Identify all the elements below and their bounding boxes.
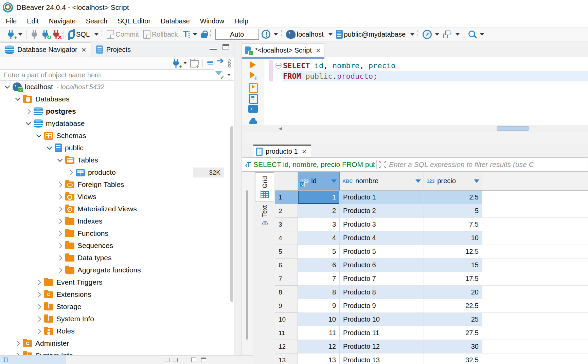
dashboard-button[interactable] xyxy=(422,28,433,40)
new-connection-button[interactable]: + xyxy=(6,28,16,40)
table-row[interactable]: 7 7 Producto 7 17.5 xyxy=(275,272,588,286)
status-segment[interactable] xyxy=(0,356,66,364)
navigator-scrollbar[interactable] xyxy=(230,126,233,302)
menu-search[interactable]: Search xyxy=(81,17,112,26)
link-with-editor-icon[interactable] xyxy=(216,59,225,68)
chevron-icon[interactable] xyxy=(56,217,64,225)
tree-item[interactable]: Extensions xyxy=(0,288,234,301)
table-row[interactable]: 5 5 Producto 5 12.5 xyxy=(275,245,588,258)
expand-filter-icon[interactable]: ↖↗↙↘ xyxy=(378,160,387,169)
transaction-dropdown[interactable] xyxy=(193,33,197,36)
search-button[interactable] xyxy=(467,28,478,40)
cell-nombre[interactable]: Producto 1 xyxy=(340,191,424,204)
column-menu-icon[interactable] xyxy=(415,179,421,183)
tree-item[interactable]: Aggregate functions xyxy=(0,264,234,276)
explain-plan-button[interactable] xyxy=(248,94,258,102)
status-icon[interactable] xyxy=(165,358,170,362)
cell-nombre[interactable]: Producto 13 xyxy=(340,353,424,364)
terminal-icon[interactable] xyxy=(248,105,258,113)
schema-dropdown[interactable] xyxy=(410,33,414,36)
tree-item[interactable]: Databases xyxy=(0,93,234,105)
chevron-icon[interactable] xyxy=(35,132,43,140)
chevron-icon[interactable] xyxy=(56,266,64,274)
execute-new-tab-button[interactable] xyxy=(248,72,258,80)
connection-selector[interactable]: localhost xyxy=(285,28,326,40)
code-area[interactable]: SELECT id, nombre, precio FROM public.pr… xyxy=(264,57,588,125)
cell-precio[interactable]: 30 xyxy=(424,340,482,353)
row-number-cell[interactable]: 3 xyxy=(275,218,298,231)
cell-id[interactable]: 8 xyxy=(298,286,340,299)
connection-dropdown[interactable] xyxy=(328,33,333,36)
chevron-icon[interactable] xyxy=(35,278,43,286)
chevron-icon[interactable] xyxy=(56,193,64,201)
table-row[interactable]: 4 4 Producto 4 10 xyxy=(275,231,588,245)
reconnect-button[interactable]: ↻ xyxy=(40,28,50,40)
sql-editor-button[interactable]: SQL xyxy=(66,28,92,40)
transaction-history-button[interactable] xyxy=(261,28,271,40)
tree-item[interactable]: Views xyxy=(0,191,234,203)
chevron-icon[interactable] xyxy=(35,303,43,311)
new-connection-icon[interactable]: + xyxy=(172,58,180,68)
status-icon[interactable] xyxy=(173,358,178,362)
cell-precio[interactable]: 7.5 xyxy=(424,218,482,231)
cloud-icon[interactable] xyxy=(248,117,258,125)
cell-precio[interactable]: 10 xyxy=(424,231,482,245)
filter-dropdown[interactable] xyxy=(227,74,231,76)
row-number-cell[interactable]: 13 xyxy=(275,353,298,364)
chevron-icon[interactable] xyxy=(14,339,22,347)
editor-horizontal-scrollbar[interactable]: ◀ xyxy=(242,125,588,132)
tree-item[interactable]: Indexes xyxy=(0,215,234,227)
lock-button[interactable] xyxy=(199,28,209,40)
cell-nombre[interactable]: Producto 10 xyxy=(340,313,424,326)
result-filter-input[interactable] xyxy=(389,160,588,169)
tree-item[interactable]: System Info xyxy=(0,349,234,355)
tasks-button[interactable] xyxy=(442,28,453,40)
menu-database[interactable]: Database xyxy=(156,17,195,26)
tree-item[interactable]: Event Triggers xyxy=(0,276,234,288)
tree-item[interactable]: Foreign Tables xyxy=(0,178,234,191)
cell-nombre[interactable]: Producto 2 xyxy=(340,204,424,218)
connect-button[interactable] xyxy=(29,28,39,40)
chevron-icon[interactable] xyxy=(56,254,64,262)
table-row[interactable]: 3 3 Producto 3 7.5 xyxy=(275,218,588,231)
chevron-icon[interactable] xyxy=(14,95,22,103)
chevron-icon[interactable] xyxy=(56,205,64,213)
cell-id[interactable]: 9 xyxy=(298,299,340,313)
object-filter-input[interactable] xyxy=(0,69,214,80)
cell-nombre[interactable]: Producto 4 xyxy=(340,231,424,245)
cell-precio[interactable]: 17.5 xyxy=(424,272,482,286)
chevron-icon[interactable] xyxy=(56,242,64,250)
cell-precio[interactable]: 2.5 xyxy=(424,191,482,204)
code-line-2[interactable]: FROM public.producto; xyxy=(264,71,588,81)
cell-nombre[interactable]: Producto 9 xyxy=(340,299,424,313)
row-number-cell[interactable]: 12 xyxy=(275,340,298,353)
cell-id[interactable]: 12 xyxy=(298,340,340,353)
tree-item[interactable]: Tables xyxy=(0,154,234,166)
cell-precio[interactable]: 15 xyxy=(424,258,482,272)
cell-id[interactable]: 7 xyxy=(298,272,340,286)
menu-help[interactable]: Help xyxy=(229,17,253,26)
cell-nombre[interactable]: Producto 7 xyxy=(340,272,424,286)
cell-nombre[interactable]: Producto 6 xyxy=(340,258,424,272)
row-number-cell[interactable]: 9 xyxy=(275,299,298,313)
commit-mode-combo[interactable]: Auto xyxy=(215,29,259,40)
column-menu-icon[interactable] xyxy=(331,179,337,183)
cell-precio[interactable]: 32.5 xyxy=(424,353,482,364)
cell-id[interactable]: 11 xyxy=(298,326,340,340)
cell-precio[interactable]: 22.5 xyxy=(424,299,482,313)
row-number-cell[interactable]: 6 xyxy=(275,258,298,272)
chevron-icon[interactable] xyxy=(56,229,64,237)
history-dropdown[interactable] xyxy=(274,33,278,36)
cell-nombre[interactable]: Producto 12 xyxy=(340,340,424,353)
chevron-icon[interactable] xyxy=(35,315,43,323)
table-row[interactable]: 13 13 Producto 13 32.5 xyxy=(275,353,588,364)
chevron-icon[interactable] xyxy=(67,168,75,176)
cell-nombre[interactable]: Producto 11 xyxy=(340,326,424,340)
new-connection-dropdown[interactable] xyxy=(18,33,22,36)
tree-item[interactable]: Data types xyxy=(0,252,234,264)
transaction-log-button[interactable]: T xyxy=(181,28,191,40)
table-row[interactable]: 11 11 Producto 11 27.5 xyxy=(275,326,588,340)
collapse-all-icon[interactable] xyxy=(206,59,215,68)
table-row[interactable]: 2 2 Producto 2 5 xyxy=(275,204,588,218)
rollback-button[interactable]: Rollback xyxy=(142,28,180,40)
